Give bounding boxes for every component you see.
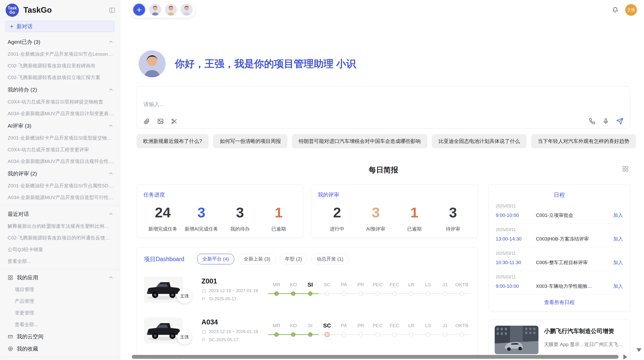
milestone-dot <box>403 289 420 298</box>
stat: 3 我的待办 <box>221 203 259 232</box>
join-meeting-link[interactable]: 加入 <box>613 259 623 266</box>
user-avatar[interactable]: 王强 <box>625 4 637 16</box>
chevron-up-icon <box>108 123 113 128</box>
stat: 1 已逾期 <box>259 203 298 232</box>
milestone-label: KO <box>285 281 302 289</box>
recent-chat-item[interactable]: 解释最新出台的欧盟报废车法规再生塑料比例被调至15%... <box>0 220 120 232</box>
schedule-time: 9:00-10:00 <box>496 213 536 218</box>
milestone-label: FEC <box>386 322 403 330</box>
suggestion-chip[interactable]: 如何写一份清晰的项目周报 <box>213 134 287 148</box>
suggestion-chip[interactable]: 欧洲新规最近颁布了什么? <box>137 134 209 148</box>
horizontal-scrollbar[interactable] <box>132 355 619 359</box>
app-subitem[interactable]: 产品管理 <box>0 295 120 307</box>
sidebar-section-header[interactable]: Agent已办 (3) <box>0 36 120 48</box>
section-title: AI评审 (3) <box>8 122 108 129</box>
sidebar-section-header[interactable]: 我的待办 (2) <box>0 83 120 96</box>
layout-grid-icon[interactable] <box>622 166 629 172</box>
chevron-up-icon <box>108 171 113 176</box>
recent-chat-item[interactable]: 公司Q3轻卡销量 <box>0 244 120 256</box>
card-title: 我的评审 <box>318 191 473 198</box>
notification-bell-icon[interactable] <box>612 7 619 13</box>
project-owner-avatar: 王强 <box>177 330 192 344</box>
sidebar-task-item[interactable]: A034-全新新能源MUV产品开发项目法规符合性评审 <box>0 156 120 167</box>
milestone-dot <box>420 330 436 339</box>
sidebar-task-item[interactable]: C02-飞腾新能源轻客改款项目里程碑画布 <box>0 60 120 72</box>
stat: 3 AI预评审 <box>356 203 395 232</box>
my-apps-header[interactable]: 我的应用 <box>0 272 120 284</box>
sidebar-task-item[interactable]: C0X4-动力总成开发项目SI里程碑提交物检查 <box>0 96 120 108</box>
recent-chats-header[interactable]: 最近对话 <box>0 208 120 220</box>
new-chat-button[interactable]: + 新对话 <box>6 21 114 32</box>
project-flag-date: SC-2025-05-17 <box>209 337 238 342</box>
agent-avatar[interactable] <box>149 3 162 16</box>
stat-value: 3 <box>182 203 221 222</box>
project-row[interactable]: 王强 A034 2023-12-19 ~ 2026-01-19 SC-2025-… <box>144 314 470 346</box>
milestone-dot <box>352 330 369 339</box>
dashboard-filter-tab[interactable]: 年型 (2) <box>280 254 308 264</box>
project-row[interactable]: 王强 Z001 2023-12-19 ~ 2027-01-19 SI-2025-… <box>144 274 470 305</box>
chat-input[interactable] <box>143 91 623 118</box>
voice-call-icon[interactable] <box>589 118 595 125</box>
dashboard-filter-tab[interactable]: 全新上装 (3) <box>238 254 276 264</box>
collapse-sidebar-icon[interactable] <box>109 7 115 13</box>
sidebar-section-header[interactable]: 我的评审 (2) <box>0 167 120 180</box>
app-logo: Task Go <box>6 4 19 17</box>
milestone-label: PEC <box>369 281 386 289</box>
agent-avatar[interactable] <box>180 3 193 16</box>
sidebar-task-item[interactable]: Z001-全新燃油轻卡产品开发项目SI造型提交物评审 <box>0 132 120 144</box>
news-card[interactable]: 小鹏飞行汽车制造公司增资 天眼查 App 显示，近日广州汇天飞行汽... <box>488 319 630 360</box>
milestone-label: MR <box>268 281 285 289</box>
schedule-date: 2025/03/11 <box>496 228 623 232</box>
send-icon[interactable] <box>616 118 623 125</box>
join-meeting-link[interactable]: 加入 <box>613 212 623 219</box>
chevron-up-icon <box>108 87 113 92</box>
join-meeting-link[interactable]: 加入 <box>613 283 623 290</box>
agent-avatar[interactable] <box>165 3 177 16</box>
scroll-down-arrow[interactable] <box>636 348 641 352</box>
dashboard-filter-tab[interactable]: 全新平台 (4) <box>197 254 235 264</box>
scroll-right-arrow[interactable] <box>623 354 627 359</box>
project-date-range: 2023-12-19 ~ 2026-01-19 <box>209 329 258 334</box>
image-upload-icon[interactable] <box>157 118 164 125</box>
schedule-event: C003|H0B-方案冻结评审 <box>536 236 610 242</box>
sidebar-task-item[interactable]: C02-飞腾新能源轻客改款项目立项汇报方案 <box>0 72 120 83</box>
milestone-timeline: MRKOSISCPAPRPECFECLRLSJ1OKTB <box>268 281 470 298</box>
sidebar-task-item[interactable]: Z001-全新燃油轻卡产品开发项目SI节点属性5D文件评审 <box>0 180 120 192</box>
microphone-icon[interactable] <box>603 118 609 125</box>
recent-chat-item[interactable]: 查看全部... <box>0 256 120 267</box>
milestone-dot <box>335 330 352 339</box>
milestone-label: J1 <box>437 322 453 330</box>
sidebar-task-item[interactable]: A034-全新新能源MUV产品开发项目造型可行性评审 <box>0 192 120 203</box>
stat-value: 3 <box>434 203 472 222</box>
app-subitem[interactable]: 查看全部... <box>0 319 120 331</box>
sidebar-task-item[interactable]: A034-全新新能源MUV产品开发项目计划变更表编写 <box>0 108 120 119</box>
sidebar-section-header[interactable]: AI评审 (3) <box>0 119 120 132</box>
view-all-schedule-link[interactable]: 查看所有日程 <box>496 294 623 311</box>
project-code: A034 <box>201 318 266 326</box>
milestone-dot <box>285 289 302 298</box>
schedule-item: 2025/03/11 9:00-10:00 X003-车辆动力学性能验... 加… <box>496 271 623 294</box>
app-subitem[interactable]: 项目管理 <box>0 284 120 295</box>
suggestion-chip[interactable]: 特朗普可能对进口汽车增税会对中国车企造成哪些影响 <box>292 134 427 148</box>
attachment-icon[interactable] <box>143 118 150 125</box>
daily-briefing-title: 每日简报 <box>137 165 630 175</box>
join-meeting-link[interactable]: 加入 <box>613 236 623 242</box>
card-title: 任务进度 <box>143 191 298 198</box>
app-subitem[interactable]: 变更管理 <box>0 307 120 319</box>
add-agent-button[interactable]: + <box>133 3 146 16</box>
milestone-dot <box>420 289 436 298</box>
sidebar-task-item[interactable]: C0X4-动力总成开发项目工程变更评审 <box>0 144 120 156</box>
dashboard-filter-tab[interactable]: 动总开发 (1) <box>311 254 349 264</box>
sidebar-link-star-badge[interactable]: 我的收藏 <box>0 343 120 355</box>
sidebar-task-item[interactable]: Z001-全新燃油皮卡产品开发项目SI节点Lesson Learn报告 <box>0 48 120 60</box>
suggestion-chip[interactable]: 当下年轻人对汽车外观有怎样的喜好趋势 <box>531 134 636 148</box>
stat: 2 进行中 <box>318 203 357 232</box>
recent-chat-item[interactable]: C02-飞腾新能源轻客改款项目的闭环通告反馈情况 <box>0 232 120 244</box>
milestone-dot <box>386 289 403 298</box>
scissors-icon[interactable] <box>171 118 178 125</box>
suggestion-chip[interactable]: 比亚迪全固态电池计划具体说了什么 <box>432 134 526 148</box>
sidebar-link-cloud-space[interactable]: 我的云空间 <box>0 331 120 343</box>
stat-value: 3 <box>356 203 395 222</box>
milestone-dot <box>369 330 386 339</box>
star-badge-icon <box>8 346 13 352</box>
